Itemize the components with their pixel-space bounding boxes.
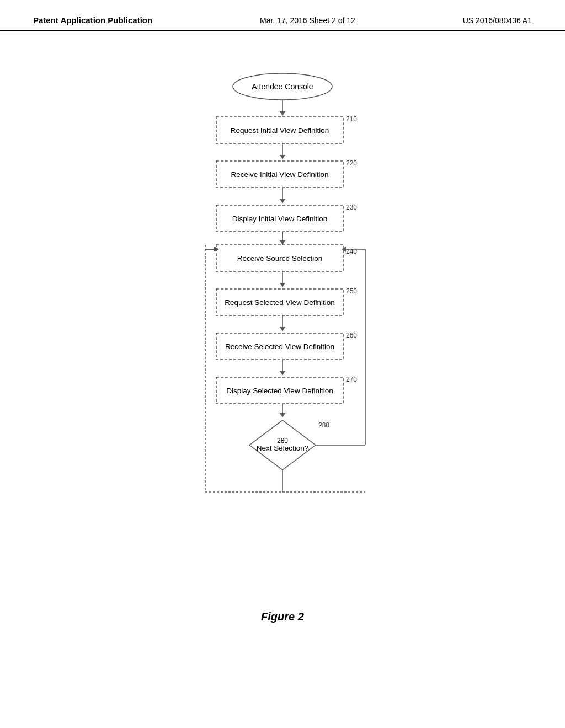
svg-marker-17	[280, 283, 285, 287]
svg-marker-5	[280, 155, 285, 159]
step-240-num: 240	[346, 248, 357, 255]
step-270-label: Display Selected View Definition	[226, 387, 333, 395]
publication-label: Patent Application Publication	[33, 15, 152, 25]
step-240-label: Receive Source Selection	[237, 254, 323, 263]
date-sheet-label: Mar. 17, 2016 Sheet 2 of 12	[260, 16, 355, 25]
figure-caption: Figure 2	[261, 611, 304, 623]
step-220-num: 220	[346, 159, 357, 167]
diamond-id: 280	[277, 437, 288, 445]
step-230-num: 230	[346, 204, 357, 211]
diamond-label: Next Selection?	[257, 444, 309, 452]
svg-marker-14	[280, 240, 285, 245]
page-header: Patent Application Publication Mar. 17, …	[0, 0, 565, 31]
step-260-label: Receive Selected View Definition	[225, 342, 334, 351]
step-210-label: Request Initial View Definition	[231, 126, 329, 135]
step-220-label: Receive Initial View Definition	[231, 170, 329, 179]
svg-marker-23	[280, 371, 285, 376]
svg-marker-26	[280, 413, 285, 417]
step-260-num: 260	[346, 331, 357, 339]
svg-text:280: 280	[318, 421, 329, 429]
step-230-label: Display Initial View Definition	[232, 215, 327, 223]
step-210-num: 210	[346, 115, 357, 123]
step-270-num: 270	[346, 376, 357, 383]
step-250-num: 250	[346, 287, 357, 295]
patent-number-label: US 2016/080436 A1	[463, 16, 532, 25]
svg-marker-20	[280, 327, 285, 331]
step-250-label: Request Selected View Definition	[225, 298, 334, 307]
flowchart-svg: Attendee Console 210 Request Initial Vie…	[139, 65, 426, 594]
svg-marker-2	[280, 111, 285, 116]
start-label: Attendee Console	[252, 82, 313, 91]
svg-marker-8	[280, 199, 285, 204]
diagram-container: Attendee Console 210 Request Initial Vie…	[0, 31, 565, 623]
